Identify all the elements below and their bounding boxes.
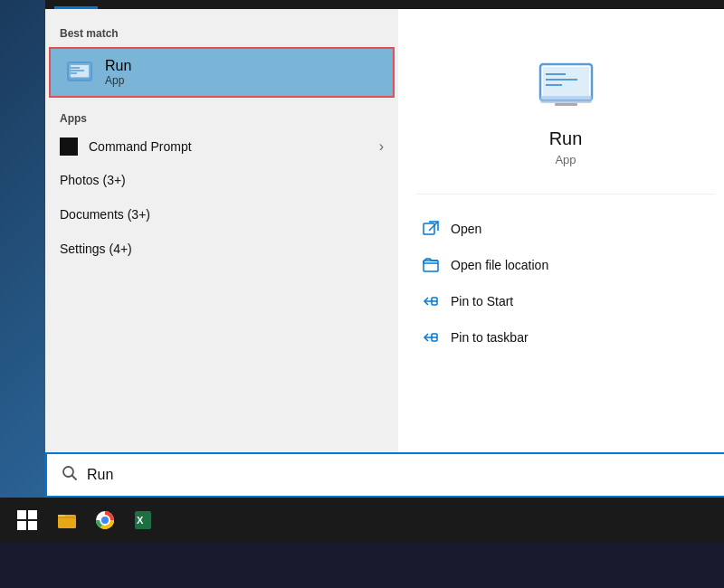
- file-location-icon: [422, 256, 440, 274]
- open-icon: [422, 220, 440, 238]
- svg-rect-13: [424, 223, 434, 234]
- apps-section-label: Apps: [45, 101, 398, 130]
- pin-to-start-icon: [422, 292, 440, 310]
- svg-text:X: X: [137, 515, 144, 526]
- search-input[interactable]: [87, 467, 717, 483]
- left-panel: Best match Run: [45, 9, 398, 452]
- tabs-bar: All Apps Documents Settings Photos Email…: [45, 0, 724, 9]
- run-app-type-label: App: [555, 153, 576, 166]
- right-panel: Run App Open: [398, 9, 724, 452]
- search-icon: [62, 465, 78, 485]
- chrome-icon[interactable]: [87, 500, 123, 540]
- best-match-label: Best match: [45, 24, 398, 47]
- best-match-type: App: [105, 74, 131, 87]
- command-prompt-icon: [60, 138, 78, 156]
- best-match-item[interactable]: Run App: [49, 47, 395, 98]
- pin-to-start-label: Pin to Start: [451, 294, 513, 308]
- documents-category-label: Documents (3+): [60, 207, 150, 222]
- taskbar: X: [0, 498, 724, 543]
- desktop: All Apps Documents Settings Photos Email…: [0, 0, 724, 543]
- run-app-big-icon: [534, 54, 597, 118]
- main-content: Best match Run: [45, 9, 724, 452]
- tab-documents[interactable]: Documents: [155, 0, 248, 9]
- settings-category-label: Settings (4+): [60, 242, 132, 256]
- windows-logo-icon: [17, 510, 37, 530]
- svg-rect-2: [68, 77, 91, 81]
- run-app-preview: Run App: [416, 36, 715, 194]
- command-prompt-name: Command Prompt: [89, 139, 192, 154]
- svg-rect-1: [71, 65, 89, 78]
- pin-to-taskbar-action[interactable]: Pin to taskbar: [416, 321, 715, 354]
- open-label: Open: [451, 222, 481, 236]
- excel-icon[interactable]: X: [125, 500, 161, 540]
- tab-more[interactable]: More ▾: [452, 0, 519, 9]
- run-app-icon-small: [65, 58, 94, 87]
- pin-to-taskbar-label: Pin to taskbar: [451, 330, 529, 345]
- run-app-title: Run: [549, 128, 583, 149]
- tab-photos[interactable]: Photos: [323, 0, 392, 9]
- start-button[interactable]: [7, 500, 47, 540]
- tab-settings[interactable]: Settings: [248, 0, 323, 9]
- photos-category[interactable]: Photos (3+): [45, 163, 398, 197]
- svg-rect-12: [555, 103, 577, 106]
- command-prompt-item[interactable]: Command Prompt ›: [45, 130, 398, 163]
- search-bar: [45, 452, 724, 498]
- open-action[interactable]: Open: [416, 213, 715, 245]
- command-prompt-arrow-icon: ›: [379, 138, 384, 155]
- svg-rect-15: [424, 261, 438, 271]
- tabs-spacer: [518, 0, 687, 9]
- tab-apps[interactable]: Apps: [98, 0, 156, 9]
- best-match-name: Run: [105, 58, 131, 74]
- svg-line-21: [72, 476, 77, 480]
- tabs-overflow-icon[interactable]: ···: [687, 0, 724, 9]
- pin-to-start-action[interactable]: Pin to Start: [416, 285, 715, 318]
- open-file-location-action[interactable]: Open file location: [416, 249, 715, 281]
- pin-to-taskbar-icon: [422, 328, 440, 346]
- svg-rect-7: [543, 67, 589, 96]
- photos-category-label: Photos (3+): [60, 173, 126, 187]
- svg-rect-8: [540, 96, 592, 103]
- svg-rect-22: [58, 515, 76, 528]
- action-list: Open Open file location: [416, 213, 715, 354]
- documents-category[interactable]: Documents (3+): [45, 197, 398, 232]
- svg-point-24: [101, 517, 109, 524]
- tab-all[interactable]: All: [54, 0, 98, 9]
- open-file-location-label: Open file location: [451, 258, 548, 272]
- tab-email[interactable]: Email: [391, 0, 452, 9]
- best-match-text: Run App: [105, 58, 131, 87]
- search-panel: All Apps Documents Settings Photos Email…: [45, 0, 724, 498]
- file-explorer-icon[interactable]: [49, 500, 85, 540]
- settings-category[interactable]: Settings (4+): [45, 232, 398, 266]
- command-prompt-left: Command Prompt: [60, 138, 192, 156]
